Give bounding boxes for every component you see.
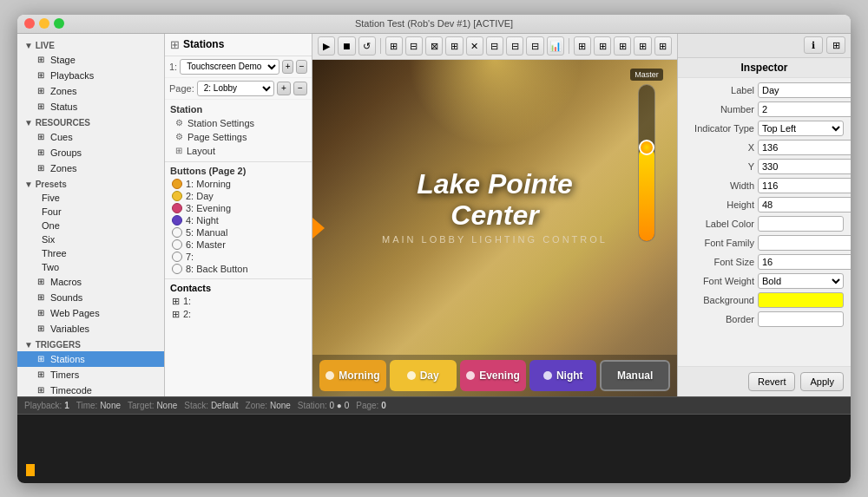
minimize-button[interactable] bbox=[39, 18, 49, 29]
sidebar-item-cues[interactable]: ⊞ Cues bbox=[17, 129, 164, 145]
page-remove-btn[interactable]: − bbox=[293, 82, 307, 95]
station-remove-btn[interactable]: − bbox=[296, 60, 307, 74]
sidebar-item-sounds[interactable]: ⊞ Sounds bbox=[17, 290, 164, 305]
button-item-master[interactable]: 6: Master bbox=[165, 239, 312, 251]
status-icon: ⊞ bbox=[35, 101, 47, 113]
button-item-manual[interactable]: 5: Manual bbox=[165, 226, 312, 239]
page-add-btn[interactable]: + bbox=[277, 82, 291, 95]
station-select-row: 1: Touchscreen Demo + − bbox=[165, 56, 312, 78]
contact1-icon: ⊞ bbox=[172, 296, 180, 307]
station-select[interactable]: Touchscreen Demo bbox=[180, 59, 279, 75]
layer-btn1[interactable]: ⊞ bbox=[574, 36, 591, 56]
sidebar-item-status[interactable]: ⊞ Status bbox=[17, 99, 164, 114]
background-swatch[interactable] bbox=[758, 292, 844, 308]
height-field-input[interactable] bbox=[758, 197, 851, 213]
sidebar-item-stage[interactable]: ⊞ Stage bbox=[17, 52, 164, 68]
sidebar-item-macros[interactable]: ⊞ Macros bbox=[17, 274, 164, 290]
font-family-input[interactable] bbox=[758, 235, 851, 251]
sidebar-item-three[interactable]: Three bbox=[17, 246, 164, 260]
layer-btn5[interactable]: ⊞ bbox=[654, 36, 672, 56]
number-field-input[interactable] bbox=[758, 101, 851, 117]
sidebar-item-two[interactable]: Two bbox=[17, 260, 164, 274]
label-color-label: Label Color bbox=[685, 219, 754, 229]
back-circle bbox=[172, 264, 182, 274]
width-field-input[interactable] bbox=[758, 178, 851, 193]
border-row: Border bbox=[685, 311, 844, 327]
grid-btn3[interactable]: ⊠ bbox=[425, 36, 443, 56]
align-right-btn[interactable]: ⊟ bbox=[526, 36, 543, 56]
layer-btn4[interactable]: ⊞ bbox=[634, 36, 651, 56]
x-field-input[interactable] bbox=[758, 140, 851, 155]
sidebar-item-four[interactable]: Four bbox=[17, 205, 164, 219]
sidebar-item-playbacks[interactable]: ⊞ Playbacks bbox=[17, 68, 164, 83]
grid-btn2[interactable]: ⊟ bbox=[405, 36, 423, 56]
button-item-morning[interactable]: 1: Morning bbox=[165, 178, 312, 190]
font-family-row: Font Family bbox=[685, 235, 844, 251]
sidebar-item-five[interactable]: Five bbox=[17, 191, 164, 205]
refresh-btn[interactable]: ↺ bbox=[358, 36, 376, 56]
sidebar-item-variables[interactable]: ⊞ Variables bbox=[17, 321, 164, 337]
sounds-icon: ⊞ bbox=[35, 291, 47, 304]
stop-btn[interactable]: ⏹ bbox=[338, 36, 355, 56]
sidebar-item-zones-live[interactable]: ⊞ Zones bbox=[17, 83, 164, 99]
night-scene-btn[interactable]: Night bbox=[529, 360, 596, 391]
macros-icon: ⊞ bbox=[35, 276, 47, 288]
delete-btn[interactable]: ✕ bbox=[466, 36, 483, 56]
page-select[interactable]: 2: Lobby bbox=[197, 81, 274, 96]
indicator-type-select[interactable]: Top Left bbox=[758, 121, 844, 136]
button-item-evening[interactable]: 3: Evening bbox=[165, 202, 312, 214]
number-field-label: Number bbox=[685, 104, 754, 114]
station-add-btn[interactable]: + bbox=[282, 60, 293, 74]
day-circle bbox=[172, 191, 182, 201]
align-center-btn[interactable]: ⊟ bbox=[506, 36, 523, 56]
play-btn[interactable]: ▶ bbox=[318, 36, 335, 56]
evening-scene-btn[interactable]: Evening bbox=[460, 360, 527, 391]
border-swatch[interactable] bbox=[758, 311, 844, 327]
station-settings-icon: ⚙ bbox=[175, 118, 183, 128]
apply-button[interactable]: Apply bbox=[800, 372, 844, 391]
sidebar-item-six[interactable]: Six bbox=[17, 232, 164, 246]
font-weight-label: Font Weight bbox=[685, 276, 754, 286]
groups-icon: ⊞ bbox=[35, 147, 47, 159]
stations-header: ⊞ Stations bbox=[165, 34, 312, 56]
inspector-grid-btn[interactable]: ⊞ bbox=[826, 36, 845, 54]
button-item-day[interactable]: 2: Day bbox=[165, 190, 312, 202]
align-left-btn[interactable]: ⊟ bbox=[486, 36, 503, 56]
day-scene-btn[interactable]: Day bbox=[390, 360, 457, 391]
button-item-back[interactable]: 8: Back Button bbox=[165, 263, 312, 275]
sidebar-item-timers[interactable]: ⊞ Timers bbox=[17, 367, 164, 383]
close-button[interactable] bbox=[24, 18, 35, 29]
button-item-night[interactable]: 4: Night bbox=[165, 214, 312, 226]
layout-item[interactable]: ⊞ Layout bbox=[165, 144, 312, 158]
grid-btn4[interactable]: ⊞ bbox=[445, 36, 463, 56]
revert-button[interactable]: Revert bbox=[748, 372, 795, 391]
sidebar-item-zones-resources[interactable]: ⊞ Zones bbox=[17, 160, 164, 176]
page-settings-item[interactable]: ⚙ Page Settings bbox=[165, 130, 312, 144]
maximize-button[interactable] bbox=[54, 18, 64, 29]
label-color-swatch[interactable] bbox=[758, 216, 844, 232]
chart-btn[interactable]: 📊 bbox=[547, 36, 564, 56]
sidebar-item-one[interactable]: One bbox=[17, 219, 164, 232]
station-settings-item[interactable]: ⚙ Station Settings bbox=[165, 116, 312, 130]
sidebar-item-timecode[interactable]: ⊞ Timecode bbox=[17, 383, 164, 396]
morning-scene-btn[interactable]: Morning bbox=[319, 360, 386, 391]
manual-scene-btn[interactable]: Manual bbox=[600, 360, 670, 391]
inspector-info-btn[interactable]: ℹ bbox=[804, 36, 823, 54]
layer-btn3[interactable]: ⊞ bbox=[614, 36, 631, 56]
font-weight-select[interactable]: Bold Normal bbox=[758, 273, 844, 289]
main-window: Station Test (Rob's Dev #1) [ACTIVE] ▼ L… bbox=[17, 15, 851, 483]
label-field-input[interactable] bbox=[758, 82, 851, 98]
sidebar-item-groups[interactable]: ⊞ Groups bbox=[17, 145, 164, 160]
grid-btn1[interactable]: ⊞ bbox=[385, 36, 403, 56]
contact2-icon: ⊞ bbox=[172, 309, 180, 320]
layer-btn2[interactable]: ⊞ bbox=[594, 36, 611, 56]
sidebar-item-stations[interactable]: ⊞ Stations bbox=[17, 351, 164, 367]
indicator-field-row: Indicator Type Top Left bbox=[685, 121, 844, 136]
cues-icon: ⊞ bbox=[35, 131, 47, 143]
sidebar-item-webpages[interactable]: ⊞ Web Pages bbox=[17, 305, 164, 321]
layout-icon: ⊞ bbox=[175, 146, 182, 155]
x-field-row: X bbox=[685, 140, 844, 155]
font-size-input[interactable] bbox=[758, 254, 851, 270]
button-item-7[interactable]: 7: bbox=[165, 251, 312, 263]
y-field-input[interactable] bbox=[758, 159, 851, 174]
